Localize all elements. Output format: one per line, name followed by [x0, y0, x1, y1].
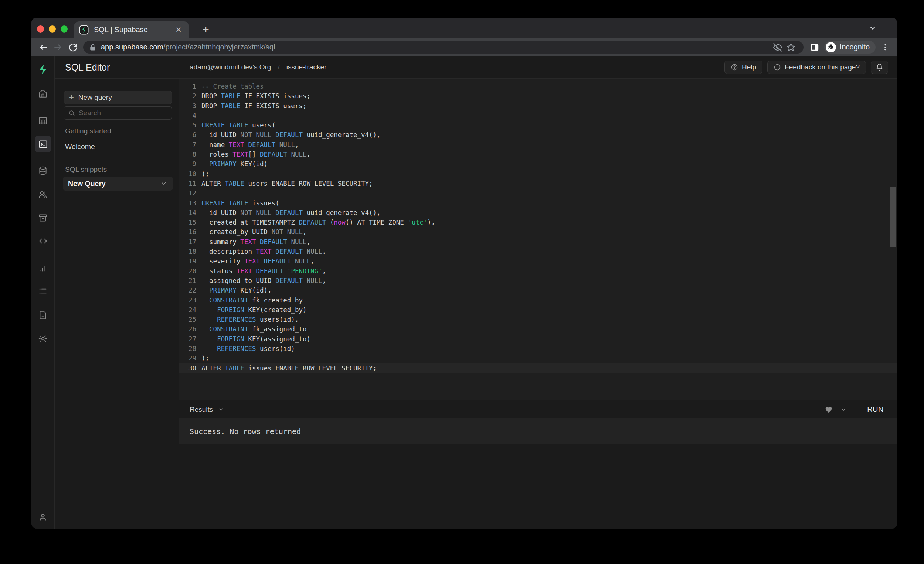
zoom-window-button[interactable] — [61, 25, 68, 33]
status-message: Success. No rows returned — [190, 427, 301, 436]
rail-item-table-editor[interactable] — [35, 113, 51, 129]
rail-item-storage[interactable] — [35, 210, 51, 226]
close-window-button[interactable] — [37, 25, 44, 33]
line-number: 20 — [179, 266, 196, 276]
code-line[interactable]: 8 roles TEXT[] DEFAULT NULL, — [179, 150, 897, 159]
run-options-chevron-icon[interactable] — [836, 403, 851, 416]
breadcrumb-project[interactable]: issue-tracker — [286, 63, 327, 71]
rail-item-api[interactable] — [35, 233, 51, 249]
sql-snippets-label: SQL snippets — [65, 166, 107, 174]
url-path: /project/azahtnhqohyjerzaxtmk/sql — [164, 43, 275, 51]
back-button[interactable] — [36, 40, 51, 55]
results-tab[interactable]: Results — [190, 405, 821, 414]
code-line[interactable]: 11ALTER TABLE users ENABLE ROW LEVEL SEC… — [179, 179, 897, 188]
rail-item-logs[interactable] — [35, 283, 51, 299]
browser-menu-kebab-icon[interactable] — [878, 40, 892, 55]
code-line[interactable]: 23 CONSTRAINT fk_created_by — [179, 295, 897, 305]
rail-item-settings[interactable] — [35, 331, 51, 347]
incognito-label: Incognito — [840, 43, 870, 51]
line-number: 5 — [179, 120, 196, 130]
run-button[interactable]: RUN — [863, 403, 887, 416]
password-eye-off-icon[interactable] — [771, 40, 784, 54]
line-number: 30 — [179, 364, 196, 373]
code-line[interactable]: 30ALTER TABLE issues ENABLE ROW LEVEL SE… — [179, 364, 897, 373]
rail-item-auth[interactable] — [35, 187, 51, 203]
code-lines: 1-- Create tables2DROP TABLE IF EXISTS i… — [179, 82, 897, 373]
code-line[interactable]: 20 status TEXT DEFAULT 'PENDING', — [179, 266, 897, 276]
code-line[interactable]: 12 — [179, 188, 897, 198]
snippet-label: New Query — [68, 180, 106, 188]
browser-toolbar: app.supabase.com/project/azahtnhqohyjerz… — [32, 38, 897, 56]
docs-file-icon — [38, 310, 48, 320]
favorite-heart-icon[interactable] — [821, 403, 836, 416]
home-icon — [38, 89, 48, 98]
rail-item-supabase-home[interactable] — [35, 61, 51, 78]
new-tab-button[interactable]: + — [198, 22, 213, 37]
code-line[interactable]: 25 REFERENCES users(id), — [179, 315, 897, 324]
code-line[interactable]: 5CREATE TABLE users( — [179, 120, 897, 130]
code-line[interactable]: 21 assigned_to UUID DEFAULT NULL, — [179, 276, 897, 286]
notifications-button[interactable] — [871, 61, 888, 74]
code-line[interactable]: 29); — [179, 353, 897, 363]
help-button[interactable]: Help — [724, 61, 762, 74]
table-editor-icon — [38, 116, 48, 126]
code-line[interactable]: 19 severity TEXT DEFAULT NULL, — [179, 256, 897, 266]
code-line[interactable]: 18 description TEXT DEFAULT NULL, — [179, 247, 897, 256]
code-line[interactable]: 22 PRIMARY KEY(id), — [179, 286, 897, 295]
line-number: 3 — [179, 101, 196, 111]
sidebar-item-new-query-snippet[interactable]: New Query — [63, 177, 173, 191]
rail-item-sql-editor[interactable] — [35, 136, 51, 152]
code-line[interactable]: 28 REFERENCES users(id) — [179, 344, 897, 353]
browser-tab[interactable]: SQL | Supabase ✕ — [74, 21, 189, 38]
code-line[interactable]: 3DROP TABLE IF EXISTS users; — [179, 101, 897, 111]
code-line[interactable]: 9 PRIMARY KEY(id) — [179, 159, 897, 169]
code-line[interactable]: 26 CONSTRAINT fk_assigned_to — [179, 324, 897, 334]
editor-scrollbar[interactable] — [890, 187, 896, 247]
code-line[interactable]: 2DROP TABLE IF EXISTS issues; — [179, 91, 897, 101]
code-line[interactable]: 15 created_at TIMESTAMPTZ DEFAULT (now()… — [179, 218, 897, 227]
sidebar-header: SQL Editor — [55, 56, 179, 79]
rail-item-reports[interactable] — [35, 260, 51, 277]
new-query-button[interactable]: + New query — [64, 91, 172, 104]
code-line[interactable]: 16 created_by UUID NOT NULL, — [179, 227, 897, 237]
minimize-window-button[interactable] — [49, 25, 56, 33]
chevron-down-icon[interactable] — [160, 180, 167, 187]
rail-item-docs[interactable] — [35, 307, 51, 323]
search-input[interactable] — [79, 109, 167, 117]
code-line[interactable]: 13CREATE TABLE issues( — [179, 198, 897, 208]
feedback-button[interactable]: Feedback on this page? — [767, 61, 866, 74]
forward-button[interactable] — [51, 40, 65, 55]
code-line[interactable]: 7 name TEXT DEFAULT NULL, — [179, 140, 897, 150]
line-number: 23 — [179, 295, 196, 305]
breadcrumb-org[interactable]: adam@windmill.dev's Org — [190, 63, 271, 71]
code-line[interactable]: 10); — [179, 169, 897, 179]
tab-close-icon[interactable]: ✕ — [173, 24, 184, 36]
code-line[interactable]: 1-- Create tables — [179, 82, 897, 91]
tab-search-chevron-icon[interactable] — [868, 24, 877, 32]
side-panel-icon[interactable] — [807, 40, 822, 55]
code-line[interactable]: 4 — [179, 111, 897, 120]
rail-item-account[interactable] — [35, 509, 51, 525]
storage-icon — [38, 213, 48, 223]
reload-button[interactable] — [65, 40, 80, 55]
code-line[interactable]: 14 id UUID NOT NULL DEFAULT uuid_generat… — [179, 208, 897, 218]
sql-code-editor[interactable]: 1-- Create tables2DROP TABLE IF EXISTS i… — [179, 79, 897, 400]
line-number: 2 — [179, 91, 196, 101]
bookmark-star-icon[interactable] — [784, 40, 798, 54]
rail-item-database[interactable] — [35, 163, 51, 179]
code-line[interactable]: 6 id UUID NOT NULL DEFAULT uuid_generate… — [179, 130, 897, 140]
rail-item-home[interactable] — [35, 85, 51, 102]
code-line[interactable]: 27 FOREIGN KEY(assigned_to) — [179, 334, 897, 344]
sidebar-item-welcome[interactable]: Welcome — [65, 142, 95, 151]
search-box[interactable] — [64, 106, 172, 120]
line-number: 15 — [179, 218, 196, 227]
line-number: 7 — [179, 140, 196, 150]
text-cursor — [376, 364, 377, 372]
code-line[interactable]: 24 FOREIGN KEY(created_by) — [179, 305, 897, 315]
line-number: 10 — [179, 169, 196, 179]
screenshot-stage: SQL | Supabase ✕ + app.supabase.com/proj… — [0, 0, 924, 564]
url-bar[interactable]: app.supabase.com/project/azahtnhqohyjerz… — [83, 41, 804, 54]
plus-icon: + — [69, 93, 74, 102]
code-line[interactable]: 17 summary TEXT DEFAULT NULL, — [179, 237, 897, 247]
line-number: 19 — [179, 256, 196, 266]
